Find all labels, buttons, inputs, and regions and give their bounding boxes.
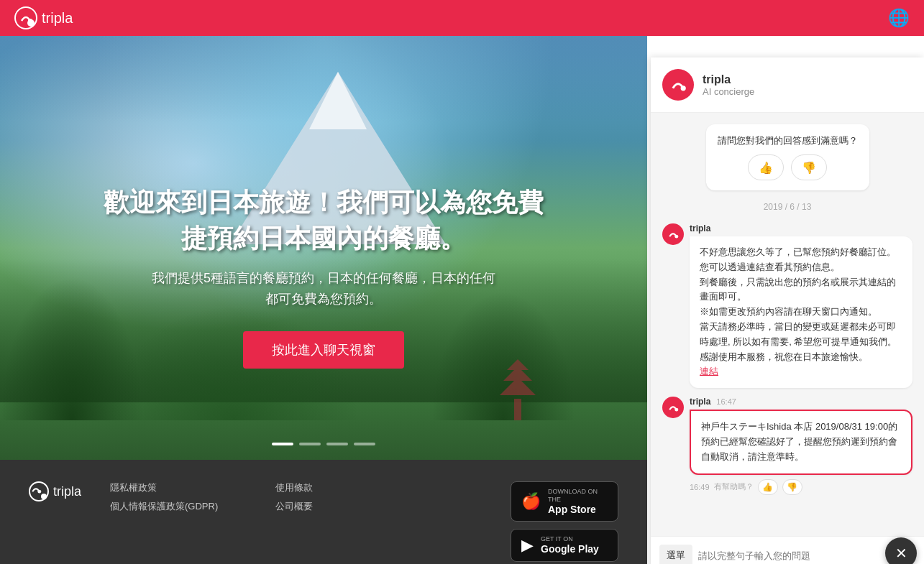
satisfaction-buttons: 👍 👎 (718, 154, 858, 180)
date-divider: 2019 / 6 / 13 (662, 199, 912, 215)
message-2-time: 16:47 (716, 397, 736, 406)
app-store-badge[interactable]: 🍎 Download on the App Store (511, 481, 618, 522)
footer-link-terms[interactable]: 使用條款 (275, 481, 313, 494)
footer-links: 隱私權政策 個人情報保護政策(GDPR) 使用條款 公司概要 (110, 481, 482, 513)
message-1-content: tripla 不好意思讓您久等了，已幫您預約好餐廳訂位。您可以透過連結查看其預約… (690, 223, 912, 388)
chat-agent-name: tripla (703, 73, 912, 86)
chat-input-row: 選單 (651, 536, 924, 564)
hero-title: 歡迎來到日本旅遊！我們可以為您免費 捷預約日本國內的餐廳。 (0, 185, 647, 257)
svg-marker-2 (309, 72, 367, 129)
message-1-sender-row: tripla (690, 223, 912, 234)
globe-icon[interactable]: 🌐 (888, 8, 910, 28)
footer-link-privacy[interactable]: 隱私權政策 (110, 481, 218, 494)
svg-point-10 (674, 408, 678, 412)
dot-4[interactable] (354, 443, 375, 445)
footer-col-2: 使用條款 公司概要 (275, 481, 313, 513)
svg-point-0 (28, 19, 32, 23)
msg3-text: 神戶牛ステーキIshida 本店 2019/08/31 19:00的預約已經幫您… (701, 421, 897, 462)
footer: tripla 隱私權政策 個人情報保護政策(GDPR) 使用條款 公司概要 🍎 … (0, 460, 647, 564)
message-3-bubble-highlighted: 神戶牛ステーキIshida 本店 2019/08/31 19:00的預約已經幫您… (690, 410, 912, 474)
header-logo: tripla (14, 6, 73, 29)
thumbs-down-button[interactable]: 👎 (791, 154, 827, 180)
dot-2[interactable] (299, 443, 321, 445)
svg-rect-3 (514, 399, 521, 420)
message-2-row: tripla 16:47 神戶牛ステーキIshida 本店 2019/08/31… (662, 397, 912, 494)
hero-section: 歡迎來到日本旅遊！我們可以為您免費 捷預約日本國內的餐廳。 我們提供5種語言的餐… (0, 36, 647, 460)
footer-logo-text: tripla (53, 484, 81, 499)
dot-1[interactable] (272, 443, 293, 445)
logo-text: tripla (42, 10, 73, 27)
message-2-avatar (662, 397, 684, 418)
footer-logo: tripla (29, 481, 81, 501)
chat-header-info: tripla AI concierge (703, 73, 912, 97)
hero-dots (272, 443, 375, 445)
satisfaction-text: 請問您對我們的回答感到滿意嗎？ (718, 134, 858, 147)
logo-icon (14, 6, 37, 29)
helpful-up-button[interactable]: 👍 (758, 479, 778, 495)
apple-icon: 🍎 (521, 492, 541, 511)
message-1-row: tripla 不好意思讓您久等了，已幫您預約好餐廳訂位。您可以透過連結查看其預約… (662, 223, 912, 388)
chat-input[interactable] (698, 550, 887, 561)
thumbs-up-button[interactable]: 👍 (748, 154, 784, 180)
message-1-sender: tripla (690, 223, 710, 234)
satisfaction-bubble: 請問您對我們的回答感到滿意嗎？ 👍 👎 (706, 124, 869, 190)
footer-logo-icon (29, 481, 49, 501)
message-2-content: tripla 16:47 神戶牛ステーキIshida 本店 2019/08/31… (690, 397, 912, 494)
google-play-badge[interactable]: ▶ GET IT ON Google Play (511, 529, 618, 562)
helpful-down-button[interactable]: 👎 (782, 479, 802, 495)
chat-panel: tripla AI concierge 請問您對我們的回答感到滿意嗎？ 👍 👎 … (651, 57, 924, 564)
helpful-text: 有幫助嗎？ (714, 481, 754, 492)
close-button[interactable]: ✕ (885, 537, 917, 564)
chat-body: 請問您對我們的回答感到滿意嗎？ 👍 👎 2019 / 6 / 13 (651, 113, 924, 536)
message-3-time: 16:49 (690, 483, 710, 491)
message-1-link[interactable]: 連結 (700, 366, 718, 376)
message-2-sender-row: tripla 16:47 (690, 397, 912, 407)
dot-3[interactable] (326, 443, 348, 445)
menu-button[interactable]: 選單 (659, 545, 692, 564)
hero-text: 歡迎來到日本旅遊！我們可以為您免費 捷預約日本國內的餐廳。 我們提供5種語言的餐… (0, 185, 647, 369)
chat-agent-sub: AI concierge (703, 86, 912, 97)
app-store-text: Download on the App Store (548, 488, 608, 515)
footer-apps: 🍎 Download on the App Store ▶ GET IT ON … (511, 481, 618, 562)
google-play-text: GET IT ON Google Play (541, 535, 599, 555)
header: tripla 🌐 (0, 0, 924, 36)
main-content: 歡迎來到日本旅遊！我們可以為您免費 捷預約日本國內的餐廳。 我們提供5種語言的餐… (0, 36, 647, 564)
message-1-avatar (662, 223, 684, 245)
chat-header: tripla AI concierge (651, 57, 924, 113)
google-play-icon: ▶ (521, 536, 534, 555)
message-1-bubble: 不好意思讓您久等了，已幫您預約好餐廳訂位。您可以透過連結查看其預約信息。到餐廳後… (690, 236, 912, 388)
message-3-feedback: 16:49 有幫助嗎？ 👍 👎 (690, 479, 912, 495)
hero-cta-button[interactable]: 按此進入聊天視窗 (243, 331, 404, 369)
footer-col-1: 隱私權政策 個人情報保護政策(GDPR) (110, 481, 218, 513)
footer-link-gdpr[interactable]: 個人情報保護政策(GDPR) (110, 500, 218, 513)
svg-point-7 (37, 490, 41, 494)
msg1-text: 不好意思讓您久等了，已幫您預約好餐廳訂位。您可以透過連結查看其預約信息。到餐廳後… (700, 246, 897, 376)
svg-point-9 (674, 235, 678, 239)
chat-avatar (662, 69, 694, 101)
hero-subtitle: 我們提供5種語言的餐廳預約，日本的任何餐廳，日本的任何 都可免費為您預約。 (0, 268, 647, 310)
svg-point-8 (681, 85, 686, 91)
message-2-sender: tripla (690, 397, 710, 407)
footer-link-company[interactable]: 公司概要 (275, 500, 313, 513)
